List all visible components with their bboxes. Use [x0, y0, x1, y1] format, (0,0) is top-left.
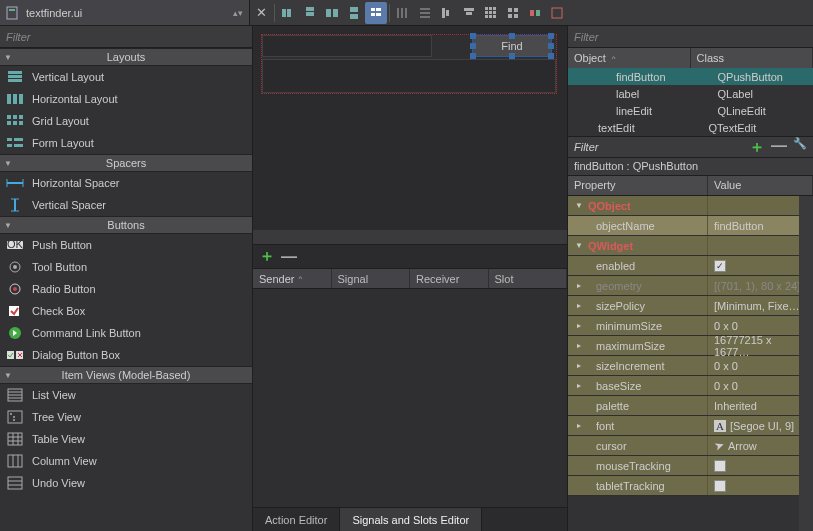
form-root[interactable]: Find — [261, 34, 557, 94]
form-canvas[interactable]: Find — [253, 26, 567, 245]
category-header[interactable]: ▼Layouts — [0, 48, 252, 66]
align-h-icon[interactable] — [436, 2, 458, 24]
col-object[interactable]: Object^ — [568, 48, 691, 68]
widget-item[interactable]: Vertical Spacer — [0, 194, 252, 216]
layout-split-v-icon[interactable] — [343, 2, 365, 24]
widgetbox-filter[interactable]: Filter — [0, 26, 252, 48]
svg-rect-43 — [7, 94, 11, 104]
prop-row[interactable]: ▸geometry[(701, 1), 80 x 24] — [568, 276, 813, 296]
grid-3x3-icon[interactable] — [480, 2, 502, 24]
tab-action-editor[interactable]: Action Editor — [253, 508, 340, 531]
svg-rect-10 — [371, 8, 375, 11]
updown-icon[interactable]: ▴▾ — [233, 8, 243, 18]
layout-form-icon[interactable] — [365, 2, 387, 24]
svg-rect-52 — [7, 138, 12, 141]
widget-item[interactable]: Command Link Button — [0, 322, 252, 344]
svg-rect-23 — [466, 12, 472, 15]
grid-h-icon[interactable] — [392, 2, 414, 24]
svg-rect-28 — [489, 11, 492, 14]
prop-group[interactable]: ▼QObject — [568, 196, 813, 216]
object-row[interactable]: textEditQTextEdit — [568, 119, 813, 136]
object-row[interactable]: findButtonQPushButton — [568, 68, 813, 85]
prop-row[interactable]: ▸fontA [Segoe UI, 9] — [568, 416, 813, 436]
prop-row[interactable]: ▸maximumSize16777215 x 1677… — [568, 336, 813, 356]
col-slot[interactable]: Slot — [489, 269, 568, 288]
object-filter[interactable]: Filter — [568, 26, 813, 48]
file-selector[interactable]: textfinder.ui ▴▾ — [0, 0, 250, 25]
col-signal[interactable]: Signal — [332, 269, 411, 288]
widget-icon — [6, 347, 24, 363]
property-table[interactable]: ▼QObjectobjectNamefindButton▼QWidgetenab… — [568, 196, 813, 531]
svg-rect-13 — [376, 13, 381, 16]
widget-item[interactable]: Grid Layout — [0, 110, 252, 132]
widget-item[interactable]: Dialog Button Box — [0, 344, 252, 366]
col-property[interactable]: Property — [568, 176, 708, 195]
signals-toolbar: ＋ — — [253, 245, 567, 269]
prop-row[interactable]: cursor➤ Arrow — [568, 436, 813, 456]
prop-group[interactable]: ▼QWidget — [568, 236, 813, 256]
svg-rect-0 — [7, 7, 17, 19]
canvas-hscroll[interactable] — [253, 230, 567, 244]
wrench-icon[interactable]: 🔧 — [793, 137, 807, 158]
widget-item[interactable]: Tree View — [0, 406, 252, 428]
widget-item[interactable]: Check Box — [0, 300, 252, 322]
widget-item[interactable]: Tool Button — [0, 256, 252, 278]
remove-prop-icon[interactable]: — — [771, 137, 787, 158]
widget-item[interactable]: Horizontal Spacer — [0, 172, 252, 194]
prop-row[interactable]: enabled✓ — [568, 256, 813, 276]
prop-row[interactable]: objectNamefindButton — [568, 216, 813, 236]
object-row[interactable]: lineEditQLineEdit — [568, 102, 813, 119]
object-row[interactable]: labelQLabel — [568, 85, 813, 102]
find-button-widget[interactable]: Find — [472, 35, 552, 57]
col-sender[interactable]: Sender^ — [253, 269, 332, 288]
category-header[interactable]: ▼Buttons — [0, 216, 252, 234]
svg-rect-49 — [7, 121, 11, 125]
lineedit-widget[interactable] — [262, 35, 432, 57]
col-receiver[interactable]: Receiver — [410, 269, 489, 288]
property-filter[interactable]: Filter ＋ — 🔧 — [568, 136, 813, 158]
prop-row[interactable]: ▸baseSize0 x 0 — [568, 376, 813, 396]
widget-item[interactable]: Table View — [0, 428, 252, 450]
svg-rect-1 — [9, 9, 15, 11]
prop-row[interactable]: tabletTracking — [568, 476, 813, 496]
col-class[interactable]: Class — [691, 48, 814, 68]
widget-item[interactable]: Horizontal Layout — [0, 88, 252, 110]
prop-vscroll[interactable] — [799, 196, 813, 531]
svg-rect-51 — [19, 121, 23, 125]
break-layout-icon[interactable] — [524, 2, 546, 24]
widget-item[interactable]: Vertical Layout — [0, 66, 252, 88]
tab-signals-slots[interactable]: Signals and Slots Editor — [340, 508, 482, 531]
layout-h-icon[interactable] — [277, 2, 299, 24]
prop-row[interactable]: paletteInherited — [568, 396, 813, 416]
svg-point-59 — [13, 265, 17, 269]
selection-label: findButton : QPushButton — [568, 158, 813, 176]
widget-item[interactable]: Form Layout — [0, 132, 252, 154]
adjust-size-icon[interactable] — [546, 2, 568, 24]
widget-icon — [6, 387, 24, 403]
grid-v-icon[interactable] — [414, 2, 436, 24]
svg-rect-74 — [8, 433, 22, 445]
widget-item[interactable]: Radio Button — [0, 278, 252, 300]
add-prop-icon[interactable]: ＋ — [749, 137, 765, 158]
category-header[interactable]: ▼Item Views (Model-Based) — [0, 366, 252, 384]
prop-row[interactable]: ▸sizeIncrement0 x 0 — [568, 356, 813, 376]
layout-v-icon[interactable] — [299, 2, 321, 24]
add-signal-icon[interactable]: ＋ — [259, 246, 275, 267]
widget-item[interactable]: OKPush Button — [0, 234, 252, 256]
layout-split-h-icon[interactable] — [321, 2, 343, 24]
grid-2x2-icon[interactable] — [502, 2, 524, 24]
prop-row[interactable]: mouseTracking — [568, 456, 813, 476]
close-icon[interactable]: ✕ — [250, 2, 272, 24]
signal-table-body[interactable] — [253, 289, 567, 507]
widget-item[interactable]: Column View — [0, 450, 252, 472]
svg-rect-22 — [464, 8, 474, 11]
align-v-icon[interactable] — [458, 2, 480, 24]
prop-row[interactable]: ▸sizePolicy[Minimum, Fixe… — [568, 296, 813, 316]
widget-item[interactable]: Undo View — [0, 472, 252, 494]
category-header[interactable]: ▼Spacers — [0, 154, 252, 172]
col-value[interactable]: Value — [708, 176, 813, 195]
object-tree[interactable]: findButtonQPushButtonlabelQLabellineEdit… — [568, 68, 813, 136]
remove-signal-icon[interactable]: — — [281, 248, 297, 266]
textedit-widget[interactable] — [262, 59, 556, 93]
widget-item[interactable]: List View — [0, 384, 252, 406]
